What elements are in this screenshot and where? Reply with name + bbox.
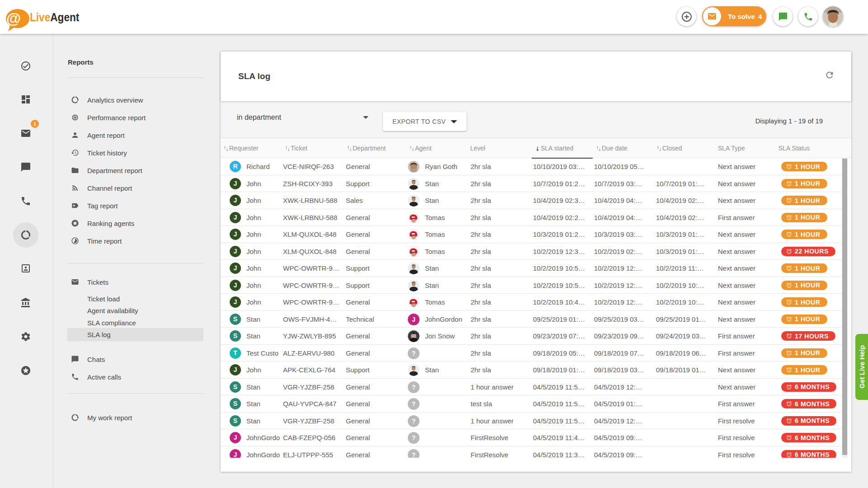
svg-text:@: @ — [6, 10, 21, 27]
